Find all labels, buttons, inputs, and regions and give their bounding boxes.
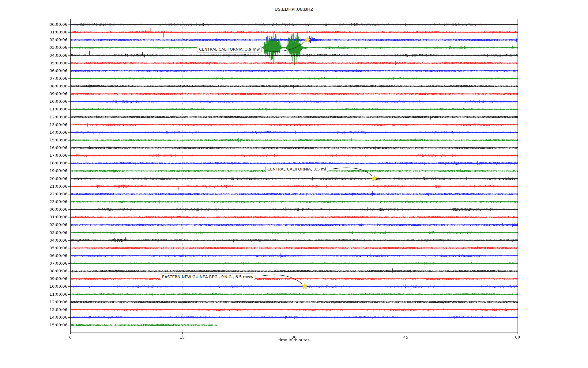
y-axis-label: 04:00:06 (34, 238, 67, 243)
y-axis-label: 13:00:06 (34, 307, 67, 312)
seismogram-page: US.EDHPI.00.BHZ 00:00:0601:00:0602:00:06… (0, 0, 588, 368)
y-axis-label: 06:00:06 (34, 68, 67, 73)
y-axis-label: 18:00:06 (34, 161, 67, 166)
y-axis-label: 13:00:06 (34, 122, 67, 127)
y-axis-label: 08:00:06 (34, 269, 67, 274)
y-axis-label: 01:00:06 (34, 30, 67, 35)
y-axis-label: 17:00:06 (34, 153, 67, 158)
event-annotation-new-guinea-65: EASTERN NEW GUINEA REG., P.N.G., 6.5 mww (160, 274, 255, 280)
y-axis-label: 05:00:06 (34, 246, 67, 251)
y-axis-label: 19:00:06 (34, 168, 67, 173)
seismogram-plot-canvas (0, 0, 588, 368)
y-axis-label: 09:00:06 (34, 91, 67, 96)
event-annotation-central-california-35: CENTRAL CALIFORNIA, 3.5 ml (265, 166, 328, 172)
y-axis-label: 15:00:06 (34, 138, 67, 143)
y-axis-label: 11:00:06 (34, 292, 67, 297)
y-axis-label: 03:00:06 (34, 45, 67, 50)
y-axis-label: 14:00:06 (34, 130, 67, 135)
y-axis-label: 16:00:06 (34, 145, 67, 150)
x-axis-title: time in minutes (0, 338, 588, 342)
y-axis-label: 09:00:06 (34, 276, 67, 281)
event-annotation-central-california-39: CENTRAL CALIFORNIA, 3.9 mw (197, 46, 262, 52)
y-axis-label: 10:00:06 (34, 284, 67, 289)
y-axis-label: 12:00:06 (34, 115, 67, 120)
y-axis-label: 07:00:06 (34, 261, 67, 266)
y-axis-label: 15:00:06 (34, 323, 67, 328)
y-axis-label: 07:00:06 (34, 76, 67, 81)
y-axis-label: 01:00:06 (34, 215, 67, 220)
y-axis-label: 11:00:06 (34, 107, 67, 112)
y-axis-label: 10:00:06 (34, 99, 67, 104)
y-axis-label: 00:00:06 (34, 22, 67, 27)
y-axis-label: 02:00:06 (34, 222, 67, 227)
y-axis-label: 22:00:06 (34, 192, 67, 197)
y-axis-label: 23:00:06 (34, 199, 67, 204)
y-axis-label: 06:00:06 (34, 253, 67, 258)
y-axis-label: 00:00:06 (34, 207, 67, 212)
y-axis-label: 05:00:06 (34, 61, 67, 66)
y-axis-label: 12:00:06 (34, 300, 67, 305)
y-axis-label: 21:00:06 (34, 184, 67, 189)
y-axis-label: 02:00:06 (34, 37, 67, 42)
y-axis-label: 08:00:06 (34, 84, 67, 89)
y-axis-label: 04:00:06 (34, 53, 67, 58)
y-axis-label: 20:00:06 (34, 176, 67, 181)
y-axis-label: 14:00:06 (34, 315, 67, 320)
y-axis-label: 03:00:06 (34, 230, 67, 235)
